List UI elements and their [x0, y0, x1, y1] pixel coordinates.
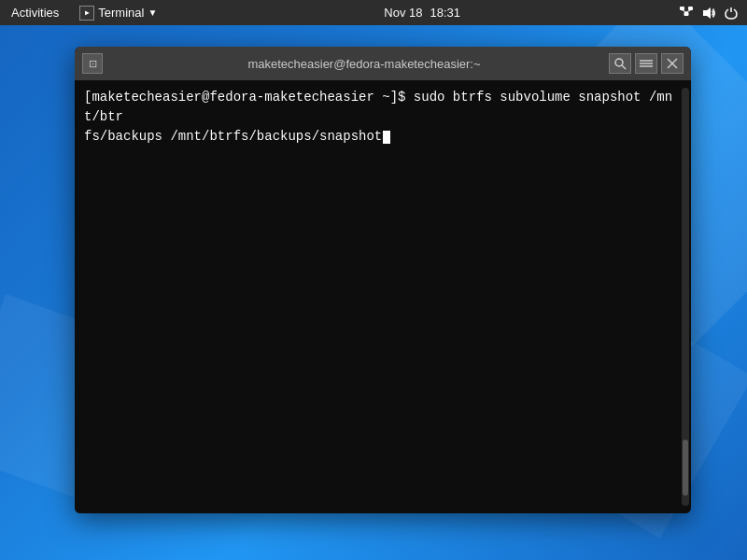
- network-icon[interactable]: [678, 5, 695, 21]
- terminal-command: [maketecheasier@fedora-maketecheasier ~]…: [84, 88, 682, 127]
- close-button[interactable]: [661, 53, 684, 74]
- activities-button[interactable]: Activities: [0, 0, 70, 25]
- desktop: Activities ▶ Terminal ▼ Nov 18 18:31: [0, 0, 747, 560]
- terminal-cursor: [383, 131, 390, 144]
- svg-rect-0: [680, 7, 684, 10]
- terminal-window: ⊡ maketecheasier@fedora-maketecheasier:~: [75, 47, 691, 513]
- menu-button[interactable]: [635, 53, 657, 74]
- svg-line-3: [682, 10, 686, 12]
- scrollbar-thumb[interactable]: [683, 440, 688, 496]
- terminal-menu[interactable]: ▶ Terminal ▼: [70, 0, 166, 25]
- terminal-command-continuation: fs/backups /mnt/btrfs/backups/snapshot: [84, 127, 682, 147]
- svg-marker-5: [703, 7, 711, 19]
- terminal-dropdown-arrow: ▼: [148, 7, 157, 18]
- terminal-menu-label: Terminal: [98, 6, 144, 20]
- svg-line-4: [686, 10, 691, 12]
- embed-icon[interactable]: ⊡: [82, 53, 103, 74]
- titlebar-controls: [609, 53, 684, 74]
- topbar-date: Nov 18: [384, 6, 422, 20]
- terminal-title: maketecheasier@fedora-maketecheasier:~: [120, 57, 609, 71]
- power-icon[interactable]: [723, 5, 740, 21]
- terminal-app-icon: ▶: [79, 6, 94, 21]
- search-button[interactable]: [609, 53, 631, 74]
- topbar-left: Activities ▶ Terminal ▼: [0, 0, 166, 25]
- svg-line-7: [622, 65, 626, 69]
- terminal-scrollbar[interactable]: [682, 88, 689, 506]
- topbar: Activities ▶ Terminal ▼ Nov 18 18:31: [0, 0, 747, 25]
- topbar-system-icons: [678, 0, 747, 25]
- topbar-time: 18:31: [430, 6, 460, 20]
- titlebar-left: ⊡: [82, 53, 120, 74]
- terminal-titlebar: ⊡ maketecheasier@fedora-maketecheasier:~: [75, 47, 691, 80]
- svg-point-6: [615, 59, 623, 66]
- svg-rect-2: [684, 12, 688, 16]
- topbar-clock[interactable]: Nov 18 18:31: [384, 6, 460, 20]
- svg-rect-1: [688, 7, 693, 10]
- terminal-body[interactable]: [maketecheasier@fedora-maketecheasier ~]…: [75, 80, 691, 513]
- sound-icon[interactable]: [700, 5, 717, 21]
